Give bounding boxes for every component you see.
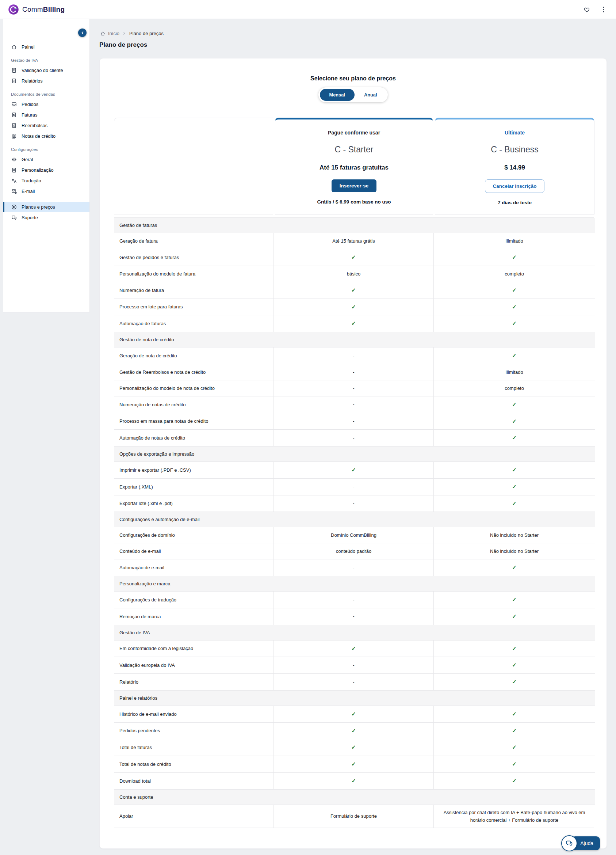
value-cell-starter: - [274, 591, 433, 608]
value-cell-starter: Domínio CommBilling [274, 527, 433, 543]
check-icon: ✓ [512, 253, 517, 262]
value-cell-starter: ✓ [274, 315, 433, 332]
brand-name: CommBilling [22, 6, 65, 14]
value-cell-starter: básico [274, 266, 433, 282]
home-icon [100, 31, 105, 36]
value-cell-ultimate: ✓ [433, 773, 595, 790]
sidebar-item-validacao-do-cliente[interactable]: Validação do cliente [3, 65, 89, 76]
translate-icon [11, 178, 17, 184]
value-cell-starter: - [274, 430, 433, 446]
pricing-card: Selecione seu plano de preços Mensal Anu… [99, 58, 607, 849]
check-icon: ✓ [351, 303, 356, 312]
value-cell-starter: - [274, 397, 433, 413]
sidebar-item-notas-de-credito[interactable]: Notas de crédito [3, 131, 89, 141]
value-cell-starter: - [274, 608, 433, 625]
value-cell-starter: - [274, 495, 433, 512]
breadcrumb-current: Plano de preços [129, 31, 164, 36]
app-logo[interactable]: CommBilling [8, 4, 65, 15]
subscribe-button[interactable]: Inscrever-se [332, 179, 377, 192]
value-cell-ultimate: ✓ [433, 591, 595, 608]
value-cell-ultimate: Ilimitado [433, 233, 595, 249]
sidebar-item-e-mail[interactable]: E-mail [3, 186, 89, 196]
value-cell-starter: ✓ [274, 299, 433, 316]
ultimate-plan-price: $ 14.99 [440, 164, 590, 172]
value-cell-ultimate: ✓ [433, 249, 595, 266]
feature-cell: Configurações de tradução [114, 591, 274, 608]
sidebar-item-painel[interactable]: Painel [3, 41, 89, 52]
help-button[interactable]: Ajuda [561, 835, 600, 851]
feature-cell: Configurações de domínio [114, 527, 274, 543]
feature-cell: Remoção de marca [114, 608, 274, 625]
favorite-heart-icon[interactable] [583, 6, 590, 13]
sidebar-item-geral[interactable]: Geral [3, 154, 89, 165]
cancel-subscription-button[interactable]: Cancelar Inscrição [485, 179, 544, 193]
value-cell-ultimate: ✓ [433, 657, 595, 674]
sidebar-collapse-button[interactable] [78, 29, 87, 37]
feature-cell: Relatório [114, 674, 274, 691]
copy-doc-icon [11, 133, 17, 139]
value-cell-ultimate: Não incluído no Starter [433, 543, 595, 559]
feature-cell: Em conformidade com a legislação [114, 640, 274, 657]
ultimate-plan-note: 7 dias de teste [440, 200, 590, 205]
check-icon: ✓ [512, 563, 517, 572]
value-cell-ultimate: ✓ [433, 348, 595, 364]
check-icon: ✓ [512, 351, 517, 360]
value-cell-ultimate: ✓ [433, 397, 595, 413]
sidebar-item-label: Validação do cliente [21, 67, 63, 73]
value-cell-ultimate: Ilimitado [433, 364, 595, 380]
value-cell-starter: - [274, 559, 433, 576]
toggle-anual[interactable]: Anual [355, 89, 387, 101]
value-cell-starter: - [274, 657, 433, 674]
ultimate-plan-name: C - Business [440, 145, 590, 155]
sidebar-group-label-gestao-de-iva: Gestão de IVA [3, 52, 89, 65]
sidebar-item-suporte[interactable]: Suporte [3, 212, 89, 223]
value-cell-starter: ✓ [274, 462, 433, 479]
toggle-mensal[interactable]: Mensal [320, 89, 355, 101]
sidebar-nav: PainelGestão de IVAValidação do clienteR… [3, 41, 89, 223]
section-row-opcoes-de-exportacao-e-impressao: Opções de exportação e impressão [114, 446, 595, 462]
value-cell-starter: conteúdo padrão [274, 543, 433, 559]
sidebar-item-faturas[interactable]: Faturas [3, 110, 89, 120]
sidebar-item-label: Faturas [21, 112, 37, 118]
sidebar-item-label: Relatórios [21, 78, 43, 84]
value-cell-ultimate: ✓ [433, 479, 595, 495]
sidebar-item-label: Suporte [21, 215, 38, 220]
feature-cell: Processo em lote para faturas [114, 299, 274, 316]
check-icon: ✓ [512, 743, 517, 752]
section-row-gestao-de-nota-de-credito: Gestão de nota de crédito [114, 332, 595, 348]
sidebar-item-pedidos[interactable]: Pedidos [3, 99, 89, 110]
starter-plan-subtitle: Até 15 faturas gratuitas [280, 164, 428, 172]
value-cell-ultimate: Não incluído no Starter [433, 527, 595, 543]
value-cell-ultimate: ✓ [433, 282, 595, 299]
value-cell-ultimate: ✓ [433, 413, 595, 430]
feature-cell: Total de faturas [114, 739, 274, 756]
value-cell-starter: Formulário de suporte [274, 805, 433, 828]
section-row-conta-e-suporte: Conta e suporte [114, 790, 595, 805]
check-icon: ✓ [512, 482, 517, 492]
breadcrumb-home-link[interactable]: Início [108, 31, 119, 36]
sidebar-group-label-documentos-de-vendas: Documentos de vendas [3, 86, 89, 99]
sidebar-item-personalizacao[interactable]: Personalização [3, 165, 89, 175]
check-icon: ✓ [512, 434, 517, 443]
feature-cell: Numeração de notas de crédito [114, 397, 274, 413]
value-cell-ultimate: ✓ [433, 739, 595, 756]
feature-cell: Histórico de e-mail enviado [114, 706, 274, 723]
sidebar-item-relatorios[interactable]: Relatórios [3, 76, 89, 86]
sidebar-item-traducao[interactable]: Tradução [3, 175, 89, 186]
sidebar-group-label-configuracoes: Configurações [3, 141, 89, 154]
breadcrumb: Início Plano de preços [90, 31, 616, 36]
check-icon: ✓ [512, 760, 517, 769]
check-icon: ✓ [512, 303, 517, 312]
starter-plan-note: Grátis / $ 6.99 com base no uso [280, 199, 428, 205]
sidebar-item-planos-e-precos[interactable]: Planos e preços [3, 202, 89, 212]
kebab-menu-icon[interactable] [600, 6, 607, 13]
feature-cell: Download total [114, 773, 274, 790]
plan-selector-title: Selecione seu plano de preços [100, 75, 607, 82]
pricing-table: Gestão de faturasGeração de faturaAté 15… [114, 218, 594, 828]
euro-circle-icon [11, 204, 17, 210]
value-cell-starter: ✓ [274, 773, 433, 790]
sidebar-item-reembolsos[interactable]: Reembolsos [3, 120, 89, 131]
plan-card-starter: Pague conforme usar C - Starter Até 15 f… [275, 118, 433, 215]
value-cell-starter: - [274, 380, 433, 397]
billing-period-toggle: Mensal Anual [318, 87, 388, 102]
